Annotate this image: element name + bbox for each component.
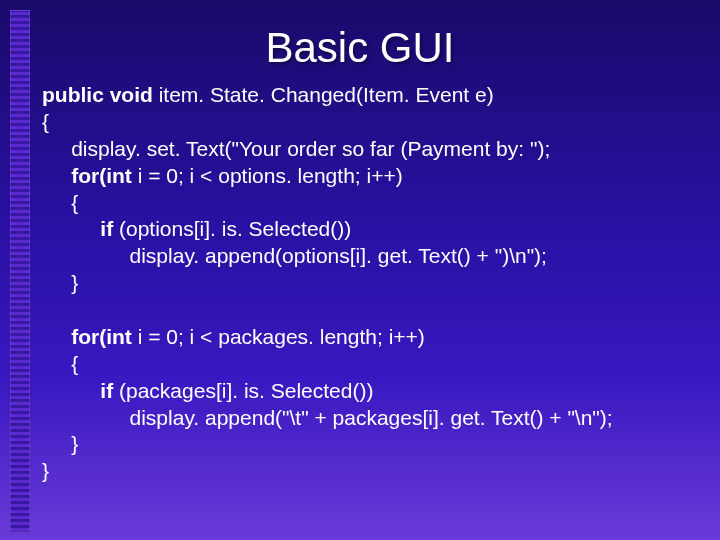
code-line-settext: display. set. Text("Your order so far (P… — [42, 137, 550, 160]
code-block: public void item. State. Changed(Item. E… — [0, 82, 720, 485]
code-append1: display. append(options[i]. get. Text() … — [42, 244, 547, 267]
code-brace2-open: { — [42, 352, 78, 375]
code-if2-cond: (packages[i]. is. Selected()) — [113, 379, 373, 402]
code-brace-close: } — [42, 459, 49, 482]
code-brace2-close: } — [42, 432, 78, 455]
code-brace1-open: { — [42, 191, 78, 214]
kw-if-2: if — [42, 379, 113, 402]
code-for2: i = 0; i < packages. length; i++) — [132, 325, 425, 348]
kw-public-void: public void — [42, 83, 153, 106]
kw-if-1: if — [42, 217, 113, 240]
slide-title: Basic GUI — [0, 0, 720, 82]
accent-bar — [10, 10, 30, 532]
kw-for-int-1: for(int — [42, 164, 132, 187]
code-append2: display. append("\t" + packages[i]. get.… — [42, 406, 613, 429]
slide: Basic GUI public void item. State. Chang… — [0, 0, 720, 540]
code-method-sig: item. State. Changed(Item. Event e) — [153, 83, 494, 106]
code-for1: i = 0; i < options. length; i++) — [132, 164, 403, 187]
code-if1-cond: (options[i]. is. Selected()) — [113, 217, 351, 240]
code-brace1-close: } — [42, 271, 78, 294]
code-brace-open: { — [42, 110, 49, 133]
kw-for-int-2: for(int — [42, 325, 132, 348]
